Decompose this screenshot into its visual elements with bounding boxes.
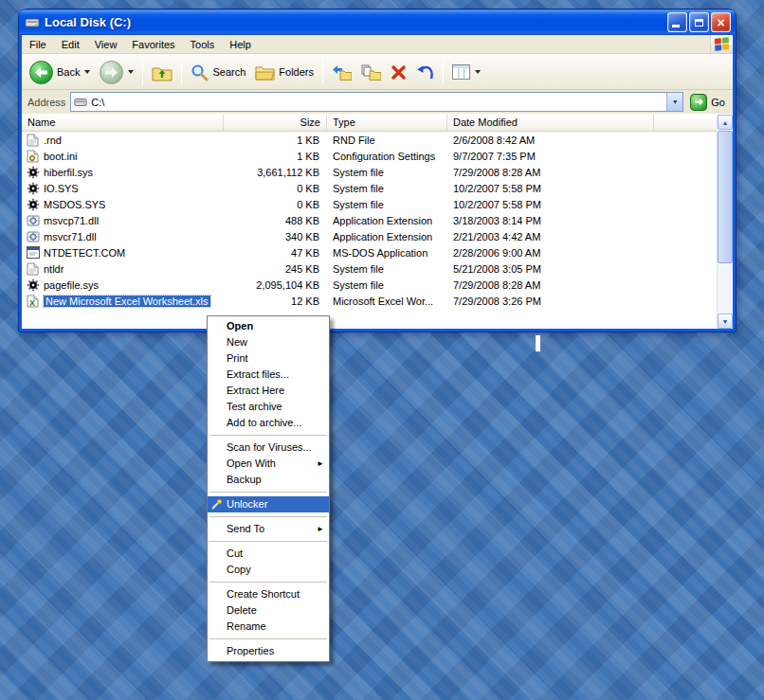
file-row[interactable]: XNew Microsoft Excel Worksheet.xls12 KBM…	[22, 293, 717, 309]
context-menu-item-backup[interactable]: Backup	[208, 472, 329, 488]
file-name[interactable]: hiberfil.sys	[44, 167, 93, 178]
menu-separator	[209, 492, 327, 493]
file-name[interactable]: msvcr71.dll	[44, 231, 97, 242]
forward-button[interactable]	[96, 59, 137, 86]
address-label: Address	[26, 97, 65, 108]
file-name[interactable]: ntldr	[44, 263, 64, 275]
context-menu-item-delete[interactable]: Delete	[208, 602, 329, 619]
context-menu-item-new[interactable]: New	[208, 334, 329, 350]
file-row[interactable]: .rnd1 KBRND File2/6/2008 8:42 AM	[22, 132, 717, 148]
file-name[interactable]: boot.ini	[44, 151, 77, 162]
context-menu-item-rename[interactable]: Rename	[208, 619, 329, 635]
file-type: Application Extension	[327, 215, 447, 226]
file-name[interactable]: MSDOS.SYS	[44, 199, 105, 210]
search-label: Search	[212, 66, 246, 78]
menu-separator	[209, 638, 327, 639]
undo-button[interactable]	[412, 63, 438, 81]
context-menu-item-cut[interactable]: Cut	[208, 546, 329, 562]
cursor-artifact	[536, 335, 540, 351]
file-name[interactable]: NTDETECT.COM	[44, 247, 125, 259]
explorer-window: Local Disk (C:) × File Edit View Favorit…	[19, 9, 736, 332]
folders-button[interactable]: Folders	[251, 63, 318, 82]
back-button[interactable]: Back	[26, 59, 94, 86]
views-dropdown-icon[interactable]	[475, 70, 481, 74]
menu-item-label: Properties	[227, 645, 274, 656]
forward-dropdown-icon[interactable]	[128, 70, 134, 74]
file-name[interactable]: pagefile.sys	[44, 279, 99, 291]
toolbar-separator	[322, 59, 323, 85]
go-label: Go	[711, 97, 725, 108]
generic-file-icon	[26, 133, 40, 147]
maximize-button[interactable]	[689, 12, 709, 32]
file-type: Configuration Settings	[327, 151, 447, 162]
go-button[interactable]: ➜ Go	[688, 94, 729, 111]
menu-file[interactable]: File	[22, 35, 54, 53]
menu-favorites[interactable]: Favorites	[124, 35, 182, 53]
context-menu-item-scan-for-viruses[interactable]: Scan for Viruses...	[208, 440, 329, 456]
context-menu-item-test-archive[interactable]: Test archive	[208, 399, 329, 415]
file-list-view: Name Size Type Date Modified .rnd1 KBRND…	[22, 115, 733, 329]
context-menu-item-create-shortcut[interactable]: Create Shortcut	[208, 586, 329, 602]
file-name[interactable]: msvcp71.dll	[44, 215, 99, 226]
context-menu-item-print[interactable]: Print	[208, 350, 329, 367]
search-button[interactable]: Search	[187, 62, 249, 83]
toolbar-separator	[142, 59, 143, 85]
file-type: MS-DOS Application	[327, 247, 447, 259]
vertical-scrollbar[interactable]: ▲ ▼	[717, 115, 733, 329]
submenu-arrow-icon: ►	[317, 521, 324, 537]
titlebar[interactable]: Local Disk (C:) ×	[19, 9, 736, 35]
context-menu-item-add-to-archive[interactable]: Add to archive...	[208, 415, 329, 431]
file-size: 12 KB	[224, 296, 327, 307]
context-menu-item-copy[interactable]: Copy	[208, 562, 329, 578]
move-to-button[interactable]	[328, 63, 355, 82]
context-menu-item-unlocker[interactable]: Unlocker	[208, 496, 329, 512]
menu-help[interactable]: Help	[222, 35, 259, 53]
file-name[interactable]: New Microsoft Excel Worksheet.xls	[44, 296, 210, 307]
address-dropdown-button[interactable]: ▼	[666, 93, 682, 111]
file-date-modified: 7/29/2008 8:28 AM	[447, 167, 654, 178]
back-dropdown-icon[interactable]	[84, 70, 90, 74]
file-row[interactable]: hiberfil.sys3,661,112 KBSystem file7/29/…	[22, 164, 717, 180]
context-menu-item-send-to[interactable]: Send To►	[208, 521, 329, 537]
address-value: C:\	[91, 97, 104, 108]
context-menu-item-open-with[interactable]: Open With►	[208, 456, 329, 472]
address-combobox[interactable]: C:\ ▼	[70, 92, 683, 112]
menu-tools[interactable]: Tools	[183, 35, 223, 53]
file-name[interactable]: .rnd	[44, 135, 62, 146]
file-date-modified: 7/29/2008 3:26 PM	[447, 296, 654, 307]
copy-to-button[interactable]	[357, 63, 385, 82]
column-header-size[interactable]: Size	[224, 115, 327, 132]
file-size: 3,661,112 KB	[224, 167, 327, 178]
file-row[interactable]: IO.SYS0 KBSystem file10/2/2007 5:58 PM	[22, 180, 717, 196]
column-header-name[interactable]: Name	[22, 115, 224, 132]
context-menu-item-extract-files[interactable]: Extract files...	[208, 367, 329, 383]
up-button[interactable]	[148, 62, 176, 83]
close-button[interactable]: ×	[711, 12, 731, 32]
file-row[interactable]: ntldr245 KBSystem file5/21/2008 3:05 PM	[22, 260, 717, 277]
back-icon	[29, 61, 53, 84]
file-row[interactable]: msvcp71.dll488 KBApplication Extension3/…	[22, 212, 717, 228]
context-menu-item-extract-here[interactable]: Extract Here	[208, 383, 329, 399]
file-row[interactable]: NTDETECT.COM47 KBMS-DOS Application2/28/…	[22, 244, 717, 260]
context-menu-item-open[interactable]: Open	[208, 318, 329, 334]
file-row[interactable]: MSDOS.SYS0 KBSystem file10/2/2007 5:58 P…	[22, 196, 717, 212]
file-type: System file	[327, 279, 447, 291]
file-row[interactable]: msvcr71.dll340 KBApplication Extension2/…	[22, 228, 717, 244]
file-type: System file	[327, 263, 447, 275]
scrollbar-thumb[interactable]	[718, 131, 733, 263]
menu-edit[interactable]: Edit	[54, 35, 87, 53]
minimize-button[interactable]	[667, 12, 687, 32]
scroll-up-icon[interactable]: ▲	[718, 115, 733, 130]
file-name[interactable]: IO.SYS	[44, 183, 79, 194]
context-menu-item-properties[interactable]: Properties	[208, 643, 329, 659]
menu-view[interactable]: View	[87, 35, 125, 53]
file-row[interactable]: boot.ini1 KBConfiguration Settings9/7/20…	[22, 148, 717, 164]
views-button[interactable]	[448, 63, 484, 81]
delete-button[interactable]	[387, 63, 410, 82]
column-header-date-modified[interactable]: Date Modified	[447, 115, 654, 132]
scroll-down-icon[interactable]: ▼	[718, 314, 733, 329]
unlocker-icon	[210, 498, 223, 511]
file-size: 340 KB	[224, 231, 327, 242]
column-header-type[interactable]: Type	[327, 115, 447, 132]
file-row[interactable]: pagefile.sys2,095,104 KBSystem file7/29/…	[22, 277, 717, 293]
